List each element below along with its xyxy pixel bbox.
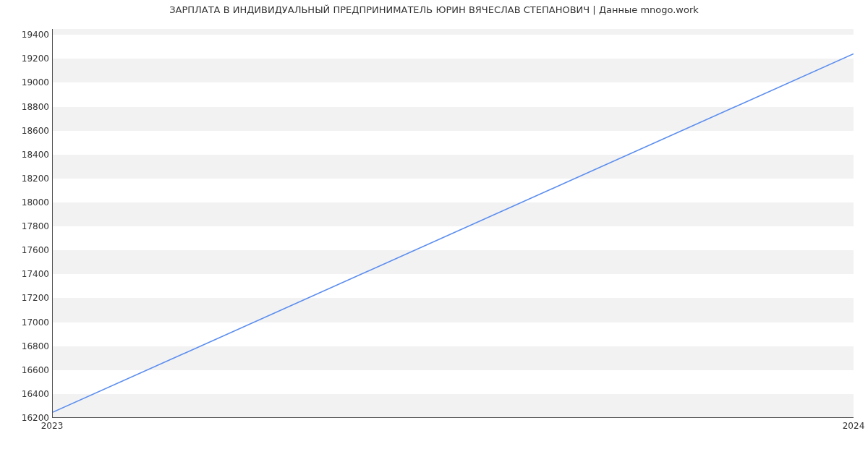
y-tick-label: 19200 <box>9 54 49 64</box>
chart-container: ЗАРПЛАТА В ИНДИВИДУАЛЬНЫЙ ПРЕДПРИНИМАТЕЛ… <box>0 0 868 470</box>
x-tick-label: 2023 <box>41 421 64 431</box>
y-tick-label: 16400 <box>9 389 49 399</box>
y-tick-label: 19400 <box>9 30 49 40</box>
line-series-layer <box>53 29 854 417</box>
y-tick-label: 18400 <box>9 150 49 160</box>
y-tick-label: 16600 <box>9 365 49 375</box>
y-tick-label: 18000 <box>9 197 49 208</box>
chart-title: ЗАРПЛАТА В ИНДИВИДУАЛЬНЫЙ ПРЕДПРИНИМАТЕЛ… <box>0 4 868 15</box>
x-tick-label: 2024 <box>843 421 865 431</box>
y-tick-label: 18800 <box>9 102 49 112</box>
series-line <box>53 54 854 412</box>
y-tick-label: 17400 <box>9 269 49 279</box>
y-tick-label: 17000 <box>9 317 49 328</box>
y-tick-label: 17200 <box>9 293 49 303</box>
y-tick-label: 16800 <box>9 341 49 351</box>
y-tick-label: 18600 <box>9 126 49 136</box>
y-tick-label: 19000 <box>9 77 49 87</box>
y-tick-label: 17600 <box>9 245 49 255</box>
y-tick-label: 18200 <box>9 174 49 184</box>
plot-area <box>52 29 854 418</box>
y-tick-label: 17800 <box>9 221 49 231</box>
